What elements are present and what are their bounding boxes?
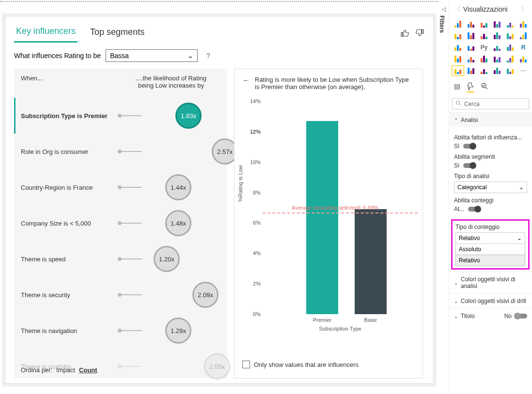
section-analysis-header[interactable]: ⌃ Analisi [449,113,532,127]
svg-rect-12 [499,22,501,28]
section-drill-colors[interactable]: ⌄ Colori oggetti visivi di drill [449,293,532,308]
y-tick: 4% [248,250,261,256]
chart-bar[interactable] [355,209,387,314]
viz-type-icon[interactable] [478,54,490,64]
count-type-select[interactable]: Relativo ⌄ [455,232,525,244]
multiplier-bubble: 1.20x [154,246,180,272]
tab-top-segments[interactable]: Top segments [88,24,146,42]
influencer-row[interactable]: Country-Region is France1.44x [21,169,220,205]
only-influencers-checkbox[interactable] [242,361,250,368]
y-tick: 0% [248,311,261,317]
question-prefix: What influences Rating to be [14,52,101,60]
enable-segments-toggle[interactable] [463,163,476,168]
viz-type-icon[interactable] [504,31,516,41]
viz-type-icon[interactable] [465,31,477,41]
viz-type-icon[interactable] [478,31,490,41]
influencer-row[interactable]: Company Size is < 5,0001.48x [21,205,220,241]
viz-type-icon[interactable] [478,19,490,29]
enable-influencers-toggle[interactable] [463,144,476,149]
viz-type-icon[interactable] [478,66,490,76]
pane-collapse-right-icon[interactable]: 〉 [521,5,527,14]
viz-type-icon[interactable] [465,66,477,76]
section-analysis-colors[interactable]: ⌄ Colori oggetti visivi di analisi [449,272,532,293]
svg-rect-37 [454,47,456,51]
analytics-magnifier-icon[interactable] [481,82,488,92]
connector-line [118,330,142,331]
viz-type-icon[interactable] [491,54,503,64]
select-value: Categorical [457,184,487,191]
multiplier-bubble: 1.44x [165,174,191,200]
thumbs-up-icon[interactable] [400,28,410,38]
viz-type-icon[interactable] [465,43,477,52]
viz-type-icon[interactable] [517,19,529,29]
svg-rect-56 [483,56,485,62]
section-label: Colori oggetti visivi di drill [461,298,526,304]
col-likelihood: ....the likelihood of Rating being Low i… [127,75,215,89]
sort-count[interactable]: Count [79,366,97,374]
svg-rect-59 [496,60,498,62]
svg-rect-63 [512,56,514,62]
viz-type-icon[interactable]: ⋯ [517,66,529,76]
rating-value-dropdown[interactable]: Bassa ⌄ [106,49,198,62]
fields-well-icon[interactable]: ▤ [454,82,460,92]
viz-type-icon[interactable] [504,19,516,29]
viz-type-icon[interactable] [491,31,503,41]
svg-rect-22 [468,32,469,39]
influencer-row[interactable]: Theme is security2.09x [21,277,220,313]
svg-rect-62 [509,58,511,62]
viz-type-icon[interactable] [465,54,477,64]
connector-line [118,258,142,259]
svg-rect-70 [468,68,469,74]
viz-type-icon[interactable] [452,54,464,64]
help-icon[interactable]: ? [206,52,210,60]
back-arrow-icon[interactable]: ← [242,76,250,91]
filters-pane-label[interactable]: Filters [438,15,445,33]
y-tick: 2% [248,281,261,287]
tab-key-influencers[interactable]: Key influencers [14,23,78,43]
influencer-row[interactable]: Subscription Type is Premier1.83x [14,98,220,134]
option-relative[interactable]: Relativo [455,255,525,266]
thumbs-down-icon[interactable] [415,28,424,38]
chevron-down-icon: ⌄ [454,280,458,286]
viz-type-icon[interactable]: Py [478,43,490,52]
svg-rect-3 [459,21,461,28]
viz-type-icon[interactable] [504,43,516,52]
search-input[interactable]: Cerca [452,98,529,109]
svg-rect-28 [494,35,496,39]
viz-type-icon[interactable]: R [517,43,529,52]
viz-type-icon[interactable] [452,19,464,29]
viz-type-icon[interactable] [452,31,464,41]
option-absolute[interactable]: Assoluto [455,244,525,255]
viz-type-icon[interactable] [452,66,464,76]
multiplier-bubble: 1.48x [165,210,191,236]
sort-impact[interactable]: Impact [56,366,75,374]
multiplier-bubble: 1.83x [175,103,202,129]
viz-type-icon[interactable] [504,54,516,64]
viz-type-icon[interactable] [491,19,503,29]
average-label: Average (excluding selected): 6.69% [292,205,378,211]
title-toggle[interactable] [515,314,527,318]
filters-expand-icon[interactable]: ◁ [438,6,448,13]
influencer-row[interactable]: Theme is navigation1.29x [21,313,220,349]
section-title[interactable]: ⌄ Titolo No [449,308,532,323]
viz-type-icon[interactable] [504,66,516,76]
influencer-row[interactable]: Theme is speed1.20x [21,241,220,277]
enable-counts-toggle[interactable] [468,207,481,212]
viz-type-icon[interactable] [517,54,529,64]
viz-type-icon[interactable] [465,19,477,29]
pane-collapse-left-icon[interactable]: 〈 [454,5,460,14]
viz-type-icon[interactable] [491,43,503,52]
analysis-type-select[interactable]: Categorical ⌄ [454,182,527,193]
viz-type-icon[interactable] [517,31,529,41]
col-when: When... [21,75,127,89]
viz-type-icon[interactable] [452,43,464,52]
average-reference-line [263,212,418,213]
svg-rect-54 [472,60,474,62]
svg-rect-40 [468,46,469,51]
influencer-row[interactable]: Role in Org is consumer2.57x [21,134,220,169]
viz-type-icon[interactable] [491,66,503,76]
format-brush-icon[interactable] [467,82,474,92]
svg-rect-75 [485,72,487,74]
chevron-down-icon: ⌄ [188,52,193,60]
chart-bar[interactable] [306,121,338,314]
